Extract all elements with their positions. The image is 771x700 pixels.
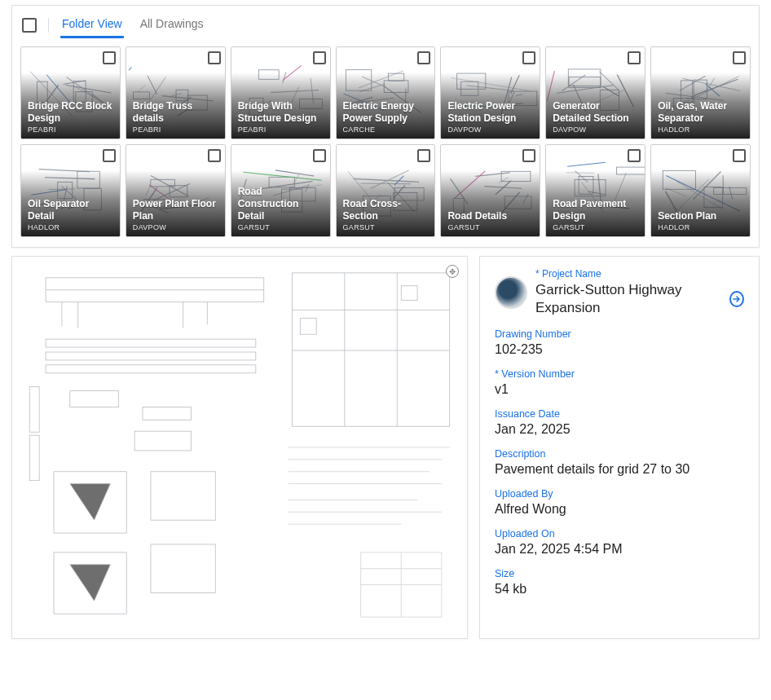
card-checkbox[interactable] bbox=[733, 149, 746, 162]
drawing-card[interactable]: Oil Separator Detail HADLOR bbox=[20, 144, 121, 237]
tab-folder-view[interactable]: Folder View bbox=[60, 12, 124, 38]
card-title: Road Pavement Design bbox=[553, 198, 638, 222]
field-value: 102-235 bbox=[495, 342, 744, 357]
drawing-preview-panel: ✥ bbox=[11, 256, 468, 639]
detail-field: Issuance Date Jan 22, 2025 bbox=[495, 408, 744, 437]
card-overlay: Road Pavement Design GARSUT bbox=[546, 170, 645, 236]
card-title: Road Cross-Section bbox=[343, 198, 429, 222]
card-title: Electric Power Station Design bbox=[447, 100, 533, 125]
card-overlay: Bridge RCC Block Design PEABRI bbox=[21, 73, 120, 139]
drawing-card[interactable]: Oil, Gas, Water Separator HADLOR bbox=[650, 46, 751, 139]
card-overlay: Road Construction Detail GARSUT bbox=[231, 170, 330, 236]
drawing-card[interactable]: Bridge Truss details PEABRI bbox=[126, 46, 226, 139]
svg-rect-166 bbox=[401, 286, 417, 301]
svg-rect-168 bbox=[46, 352, 256, 360]
open-project-icon[interactable] bbox=[729, 291, 744, 307]
tabs-row: Folder View All Drawings bbox=[20, 12, 751, 38]
details-fields: Drawing Number 102-235 * Version Number … bbox=[495, 328, 744, 597]
card-checkbox[interactable] bbox=[522, 51, 535, 64]
field-value: v1 bbox=[495, 382, 744, 397]
card-title: Generator Detailed Section bbox=[553, 100, 638, 125]
card-checkbox[interactable] bbox=[417, 51, 430, 64]
drawing-card[interactable]: Road Details GARSUT bbox=[440, 144, 540, 237]
svg-rect-174 bbox=[134, 431, 191, 451]
card-author: GARSUT bbox=[238, 223, 324, 231]
detail-field: Uploaded On Jan 22, 2025 4:54 PM bbox=[495, 528, 744, 557]
card-checkbox[interactable] bbox=[208, 51, 221, 64]
card-author: GARSUT bbox=[553, 223, 638, 231]
drawing-card[interactable]: Road Pavement Design GARSUT bbox=[545, 144, 645, 237]
drawing-card[interactable]: Power Plant Floor Plan DAVPOW bbox=[126, 144, 226, 237]
drawing-card[interactable]: Electric Energy Power Supply CARCHE bbox=[336, 46, 436, 139]
card-checkbox[interactable] bbox=[103, 149, 116, 162]
detail-field: Description Pavement details for grid 27… bbox=[495, 448, 744, 477]
field-label: * Version Number bbox=[495, 368, 744, 380]
card-overlay: Bridge With Structure Design PEABRI bbox=[231, 73, 330, 139]
field-value: 54 kb bbox=[495, 582, 744, 597]
card-title: Road Construction Detail bbox=[238, 186, 324, 222]
detail-field: Drawing Number 102-235 bbox=[495, 328, 744, 357]
field-label: Description bbox=[495, 448, 744, 460]
card-checkbox[interactable] bbox=[417, 149, 430, 162]
svg-rect-167 bbox=[46, 339, 256, 347]
field-value: Alfred Wong bbox=[495, 502, 744, 517]
card-overlay: Electric Energy Power Supply CARCHE bbox=[337, 73, 435, 139]
drawing-card[interactable]: Bridge With Structure Design PEABRI bbox=[231, 46, 331, 139]
select-all-checkbox[interactable] bbox=[22, 18, 37, 33]
card-overlay: Bridge Truss details PEABRI bbox=[126, 73, 225, 139]
drawing-card[interactable]: Road Construction Detail GARSUT bbox=[231, 144, 331, 237]
bottom-layout: ✥ bbox=[11, 256, 760, 639]
card-author: CARCHE bbox=[343, 125, 429, 134]
card-title: Oil, Gas, Water Separator bbox=[658, 100, 743, 125]
drawing-card[interactable]: Electric Power Station Design DAVPOW bbox=[440, 46, 540, 139]
field-value: Jan 22, 2025 4:54 PM bbox=[495, 542, 744, 557]
card-author: DAVPOW bbox=[447, 125, 533, 134]
drawing-card[interactable]: Section Plan HADLOR bbox=[650, 144, 751, 237]
card-checkbox[interactable] bbox=[628, 149, 641, 162]
svg-rect-169 bbox=[46, 365, 256, 373]
svg-rect-160 bbox=[292, 273, 449, 426]
field-label: Size bbox=[495, 568, 744, 579]
card-title: Road Details bbox=[447, 210, 533, 222]
svg-marker-178 bbox=[70, 565, 111, 601]
project-name-value: Garrick-Sutton Highway Expansion bbox=[535, 281, 723, 317]
detail-field: Uploaded By Alfred Wong bbox=[495, 488, 744, 517]
card-author: PEABRI bbox=[28, 125, 113, 134]
field-label: Issuance Date bbox=[495, 408, 744, 420]
drawing-card[interactable]: Bridge RCC Block Design PEABRI bbox=[20, 46, 121, 139]
svg-rect-180 bbox=[151, 544, 215, 592]
field-value: Pavement details for grid 27 to 30 bbox=[495, 462, 744, 477]
drawing-card[interactable]: Generator Detailed Section DAVPOW bbox=[545, 46, 645, 139]
card-overlay: Oil, Gas, Water Separator HADLOR bbox=[651, 73, 750, 139]
tab-all-drawings[interactable]: All Drawings bbox=[139, 12, 205, 38]
card-checkbox[interactable] bbox=[522, 149, 535, 162]
card-author: PEABRI bbox=[238, 125, 324, 134]
card-title: Power Plant Floor Plan bbox=[133, 198, 218, 222]
svg-marker-176 bbox=[70, 484, 111, 521]
svg-rect-170 bbox=[29, 387, 39, 433]
card-overlay: Section Plan HADLOR bbox=[651, 170, 750, 236]
drawings-browser-panel: Folder View All Drawings Bridge RCC Bloc… bbox=[11, 5, 760, 248]
detail-field: Size 54 kb bbox=[495, 568, 744, 597]
card-checkbox[interactable] bbox=[208, 149, 221, 162]
expand-icon[interactable]: ✥ bbox=[446, 265, 459, 278]
card-checkbox[interactable] bbox=[313, 51, 326, 64]
card-author: HADLOR bbox=[658, 125, 743, 134]
card-checkbox[interactable] bbox=[733, 51, 746, 64]
project-header: * Project Name Garrick-Sutton Highway Ex… bbox=[495, 268, 744, 317]
card-checkbox[interactable] bbox=[628, 51, 641, 64]
card-title: Oil Separator Detail bbox=[28, 198, 113, 222]
card-checkbox[interactable] bbox=[103, 51, 116, 64]
card-title: Bridge Truss details bbox=[133, 100, 218, 125]
svg-rect-165 bbox=[300, 318, 316, 334]
card-author: GARSUT bbox=[343, 223, 429, 231]
card-checkbox[interactable] bbox=[313, 149, 326, 162]
drawing-preview-image bbox=[17, 262, 462, 633]
field-value: Jan 22, 2025 bbox=[495, 422, 744, 437]
card-author: HADLOR bbox=[28, 223, 113, 231]
card-author: HADLOR bbox=[658, 223, 743, 231]
drawing-card[interactable]: Road Cross-Section GARSUT bbox=[336, 144, 436, 237]
card-overlay: Road Details GARSUT bbox=[441, 170, 540, 236]
svg-rect-173 bbox=[143, 407, 191, 420]
card-author: DAVPOW bbox=[133, 223, 218, 231]
